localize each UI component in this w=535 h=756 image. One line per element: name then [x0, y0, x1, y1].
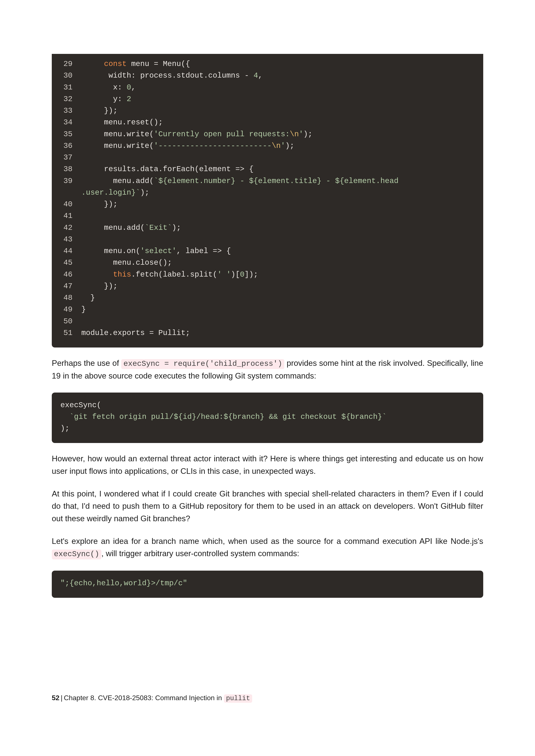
footer-separator: |: [61, 694, 63, 702]
text-span: Perhaps the use of: [52, 359, 121, 367]
paragraph-intro: Perhaps the use of execSync = require('c…: [52, 357, 483, 382]
page-number: 52: [52, 694, 60, 702]
chapter-code: pullit: [224, 694, 252, 703]
paragraph-threat-actor: However, how would an external threat ac…: [52, 452, 483, 477]
page-footer: 52|Chapter 8. CVE-2018-25083: Command In…: [52, 694, 252, 702]
code-listing-payload: ";{echo,hello,world}>/tmp/c": [52, 571, 483, 598]
inline-code-execsync-require: execSync = require('child_process'): [121, 359, 284, 369]
paragraph-explore: Let's explore an idea for a branch name …: [52, 535, 483, 560]
paragraph-wonder: At this point, I wondered what if I coul…: [52, 488, 483, 525]
code-listing-execsync: execSync( `git fetch origin pull/${id}/h…: [52, 392, 483, 443]
code-listing-main: 29 const menu = Menu({ 30 width: process…: [52, 54, 483, 347]
text-span: Let's explore an idea for a branch name …: [52, 537, 483, 546]
chapter-label: Chapter 8. CVE-2018-25083: Command Injec…: [64, 694, 224, 702]
inline-code-execsync: execSync(): [52, 550, 101, 559]
text-span: , will trigger arbitrary user-controlled…: [101, 549, 299, 558]
